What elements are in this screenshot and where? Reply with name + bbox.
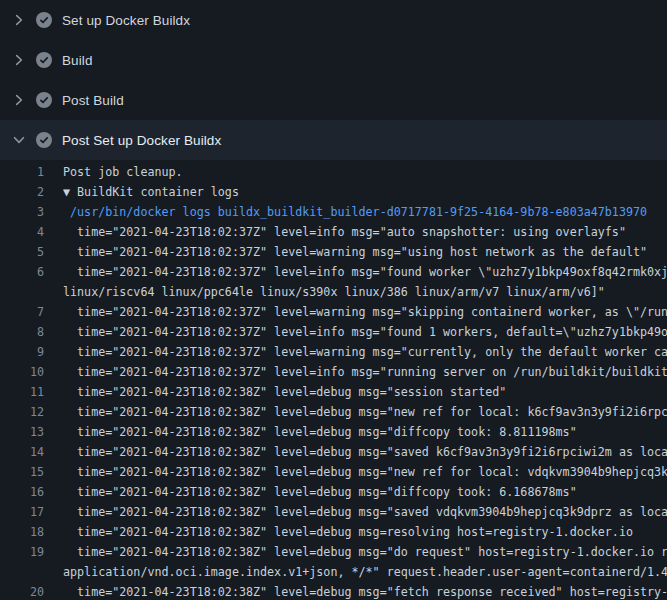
log-line-text: time="2021-04-23T18:02:37Z" level=info m… <box>44 362 667 382</box>
log-line-text: time="2021-04-23T18:02:38Z" level=debug … <box>44 502 667 522</box>
log-row: 16 time="2021-04-23T18:02:38Z" level=deb… <box>0 482 667 502</box>
log-line-text: time="2021-04-23T18:02:38Z" level=debug … <box>44 402 667 422</box>
log-line-text: linux/riscv64 linux/ppc64le linux/s390x … <box>44 282 605 302</box>
log-line-number[interactable]: 11 <box>0 382 44 402</box>
log-row: 2 ▼ BuildKit container logs <box>0 182 667 202</box>
log-line-text: time="2021-04-23T18:02:38Z" level=debug … <box>44 382 506 402</box>
log-line-text: time="2021-04-23T18:02:37Z" level=warnin… <box>44 242 647 262</box>
chevron-right-icon <box>11 92 27 108</box>
log-line-number[interactable]: 17 <box>0 502 44 522</box>
log-group-toggle[interactable]: ▼ BuildKit container logs <box>44 182 239 202</box>
log-line-number[interactable]: 6 <box>0 262 44 282</box>
log-line-number[interactable]: 5 <box>0 242 44 262</box>
chevron-right-icon <box>11 12 27 28</box>
log-line-number[interactable] <box>0 282 44 302</box>
log-row: 17 time="2021-04-23T18:02:38Z" level=deb… <box>0 502 667 522</box>
log-line-text: Post job cleanup. <box>44 162 183 182</box>
log-row: 18 time="2021-04-23T18:02:38Z" level=deb… <box>0 522 667 542</box>
check-circle-icon <box>36 132 52 148</box>
log-line-number[interactable]: 2 <box>0 182 44 202</box>
check-circle-icon <box>36 12 52 28</box>
log-line-text: time="2021-04-23T18:02:37Z" level=info m… <box>44 262 667 282</box>
log-row: 7 time="2021-04-23T18:02:37Z" level=warn… <box>0 302 667 322</box>
log-line-text: time="2021-04-23T18:02:38Z" level=debug … <box>44 522 633 542</box>
step-row[interactable]: Set up Docker Buildx <box>0 0 667 40</box>
step-title: Post Build <box>62 93 124 108</box>
log-line-number[interactable]: 13 <box>0 422 44 442</box>
log-line-text: time="2021-04-23T18:02:38Z" level=debug … <box>44 422 577 442</box>
log-line-text: time="2021-04-23T18:02:38Z" level=debug … <box>44 442 667 462</box>
log-row: 11 time="2021-04-23T18:02:38Z" level=deb… <box>0 382 667 402</box>
log-line-number[interactable]: 10 <box>0 362 44 382</box>
log-line-number[interactable]: 8 <box>0 322 44 342</box>
log-row: 19 time="2021-04-23T18:02:38Z" level=deb… <box>0 542 667 562</box>
log-line-text: /usr/bin/docker logs buildx_buildkit_bui… <box>44 202 647 222</box>
log-row: 20 time="2021-04-23T18:02:38Z" level=deb… <box>0 582 667 600</box>
log-line-number[interactable]: 19 <box>0 542 44 562</box>
log-row: 14 time="2021-04-23T18:02:38Z" level=deb… <box>0 442 667 462</box>
log-line-number[interactable]: 16 <box>0 482 44 502</box>
log-area: 1 Post job cleanup. 2 ▼ BuildKit contain… <box>0 160 667 600</box>
log-line-number[interactable]: 7 <box>0 302 44 322</box>
log-line-number[interactable]: 14 <box>0 442 44 462</box>
log-line-number[interactable]: 20 <box>0 582 44 600</box>
log-line-text: time="2021-04-23T18:02:37Z" level=info m… <box>44 222 626 242</box>
log-line-text: time="2021-04-23T18:02:37Z" level=info m… <box>44 322 667 342</box>
log-line-text: time="2021-04-23T18:02:38Z" level=debug … <box>44 482 577 502</box>
log-line-text: time="2021-04-23T18:02:37Z" level=warnin… <box>44 302 667 322</box>
log-line-text: application/vnd.oci.image.index.v1+json,… <box>44 562 667 582</box>
log-row: 12 time="2021-04-23T18:02:38Z" level=deb… <box>0 402 667 422</box>
step-title: Set up Docker Buildx <box>62 13 190 28</box>
log-row: linux/riscv64 linux/ppc64le linux/s390x … <box>0 282 667 302</box>
log-line-number[interactable]: 4 <box>0 222 44 242</box>
step-list: Set up Docker Buildx Build <box>0 0 667 160</box>
log-row: 10 time="2021-04-23T18:02:37Z" level=inf… <box>0 362 667 382</box>
log-row: 5 time="2021-04-23T18:02:37Z" level=warn… <box>0 242 667 262</box>
log-row: 15 time="2021-04-23T18:02:38Z" level=deb… <box>0 462 667 482</box>
log-row: 8 time="2021-04-23T18:02:37Z" level=info… <box>0 322 667 342</box>
log-line-number[interactable]: 1 <box>0 162 44 182</box>
log-line-text: time="2021-04-23T18:02:38Z" level=debug … <box>44 462 667 482</box>
log-row: 6 time="2021-04-23T18:02:37Z" level=info… <box>0 262 667 282</box>
log-row: 4 time="2021-04-23T18:02:37Z" level=info… <box>0 222 667 242</box>
log-row: application/vnd.oci.image.index.v1+json,… <box>0 562 667 582</box>
check-circle-icon <box>36 92 52 108</box>
log-row: 9 time="2021-04-23T18:02:37Z" level=warn… <box>0 342 667 362</box>
step-title: Post Set up Docker Buildx <box>62 133 221 148</box>
log-line-text: time="2021-04-23T18:02:38Z" level=debug … <box>44 542 667 562</box>
log-line-number[interactable]: 18 <box>0 522 44 542</box>
step-row[interactable]: Post Set up Docker Buildx <box>0 120 667 160</box>
chevron-right-icon <box>11 52 27 68</box>
log-line-number[interactable]: 15 <box>0 462 44 482</box>
log-row: 13 time="2021-04-23T18:02:38Z" level=deb… <box>0 422 667 442</box>
log-row: 3 /usr/bin/docker logs buildx_buildkit_b… <box>0 202 667 222</box>
step-title: Build <box>62 53 93 68</box>
log-line-text: time="2021-04-23T18:02:38Z" level=debug … <box>44 582 667 600</box>
log-line-text: time="2021-04-23T18:02:37Z" level=warnin… <box>44 342 667 362</box>
step-row[interactable]: Build <box>0 40 667 80</box>
log-line-number[interactable] <box>0 562 44 582</box>
step-row[interactable]: Post Build <box>0 80 667 120</box>
check-circle-icon <box>36 52 52 68</box>
chevron-down-icon <box>11 132 27 148</box>
log-line-number[interactable]: 9 <box>0 342 44 362</box>
log-row: 1 Post job cleanup. <box>0 162 667 182</box>
log-line-number[interactable]: 12 <box>0 402 44 422</box>
log-line-number[interactable]: 3 <box>0 202 44 222</box>
